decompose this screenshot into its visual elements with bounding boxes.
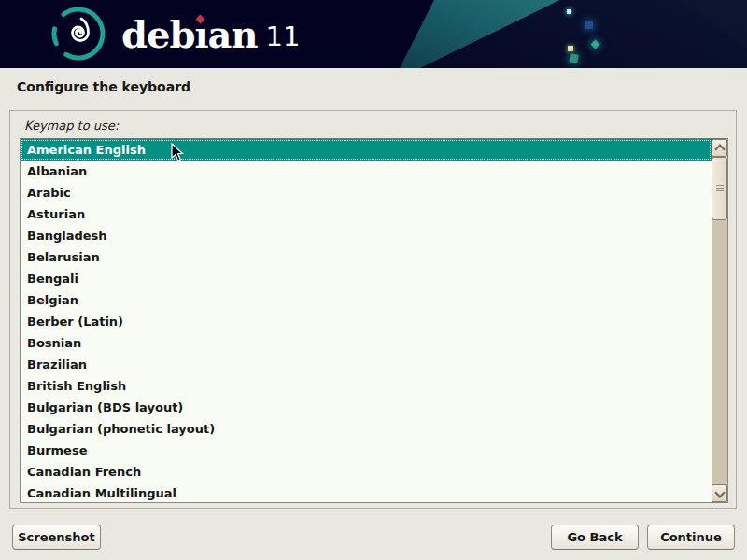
keymap-list-item[interactable]: Arabic	[21, 182, 712, 203]
keymap-item-label: Belgian	[27, 293, 78, 307]
keymap-item-label: Burmese	[27, 443, 88, 457]
scrollbar[interactable]	[712, 139, 727, 502]
content-frame: Keymap to use: American English Albanian…	[9, 110, 737, 509]
decor-square-cyan	[567, 9, 571, 14]
decor-square-yellow	[568, 46, 573, 51]
keymap-list-item[interactable]: Bengali	[21, 268, 712, 289]
keymap-item-label: Berber (Latin)	[27, 315, 123, 329]
keymap-item-label: Canadian French	[27, 465, 141, 479]
keymap-list-item[interactable]: Bulgarian (BDS layout)	[21, 397, 712, 418]
keymap-list-item[interactable]: Canadian French	[21, 461, 712, 483]
keymap-item-label: Arabic	[27, 186, 71, 200]
scrollbar-up-button[interactable]	[712, 139, 727, 157]
keymap-item-label: Albanian	[27, 164, 87, 178]
scrollbar-thumb[interactable]	[712, 157, 727, 220]
keymap-item-label: Brazilian	[27, 357, 87, 371]
keymap-list-item[interactable]: Brazilian	[21, 354, 712, 375]
keymap-item-label: Canadian Multilingual	[27, 486, 176, 500]
continue-button[interactable]: Continue	[647, 525, 735, 550]
scrollbar-down-button[interactable]	[712, 484, 727, 502]
decor-square-teal	[569, 53, 578, 63]
keymap-label: Keymap to use:	[24, 119, 119, 133]
keymap-list-item[interactable]: Asturian	[21, 203, 712, 225]
keymap-list-item[interactable]: Burmese	[21, 440, 712, 461]
keymap-item-label: Bangladesh	[27, 229, 107, 243]
debian-swirl-logo-icon	[43, 6, 114, 63]
keymap-item-label: Bulgarian (phonetic layout)	[27, 422, 215, 436]
keymap-list-item[interactable]: Bulgarian (phonetic layout)	[21, 418, 712, 440]
keymap-list-item[interactable]: Bangladesh	[21, 225, 712, 246]
decor-square-blue	[585, 21, 593, 29]
keymap-list-item[interactable]: Belarusian	[21, 246, 712, 268]
screenshot-button[interactable]: Screenshot	[12, 525, 101, 550]
installer-window: debıan 11 Configure the keyboard Keymap …	[0, 0, 747, 560]
brand-text-post: an	[208, 0, 258, 68]
keymap-list-item[interactable]: Canadian Multilingual	[21, 483, 712, 503]
chevron-down-icon	[714, 487, 725, 497]
keymap-list-item[interactable]: Berber (Latin)	[21, 311, 712, 332]
brand-text-pre: deb	[121, 0, 194, 68]
debian-version: 11	[266, 3, 301, 68]
brand-text-i: ı	[194, 0, 207, 68]
keymap-list: American English Albanian Arabic Asturia…	[21, 139, 712, 502]
keymap-item-label: American English	[27, 143, 146, 157]
keymap-list-item[interactable]: Albanian	[21, 161, 712, 182]
keymap-list-item[interactable]: American English	[21, 139, 712, 161]
keymap-item-label: Bosnian	[27, 336, 81, 350]
scrollbar-grip-icon	[716, 185, 724, 192]
keymap-item-label: Asturian	[27, 207, 85, 221]
debian-wordmark: debıan 11	[121, 0, 301, 68]
keymap-item-label: Bulgarian (BDS layout)	[27, 400, 183, 414]
keymap-item-label: Belarusian	[27, 250, 100, 264]
keymap-list-item[interactable]: Bosnian	[21, 332, 712, 354]
keymap-list-item[interactable]: British English	[21, 375, 712, 397]
keymap-listbox: American English Albanian Arabic Asturia…	[20, 138, 728, 503]
chevron-up-icon	[714, 144, 725, 154]
keymap-list-item[interactable]: Belgian	[21, 289, 712, 311]
page-title: Configure the keyboard	[17, 79, 190, 94]
go-back-button[interactable]: Go Back	[551, 525, 639, 550]
debian-banner: debıan 11	[0, 0, 747, 68]
keymap-item-label: British English	[27, 379, 126, 393]
keymap-item-label: Bengali	[27, 272, 78, 286]
